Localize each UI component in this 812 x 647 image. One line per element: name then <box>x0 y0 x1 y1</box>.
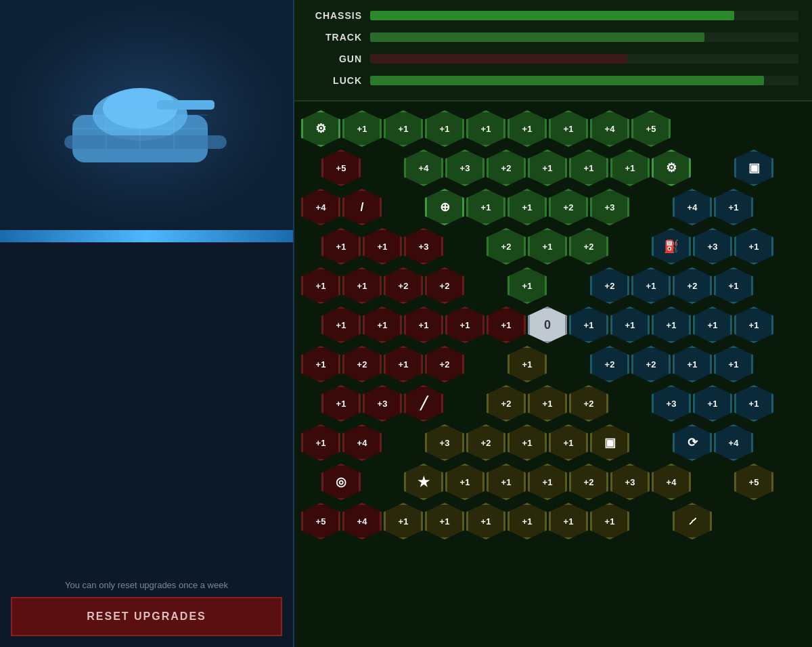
hex-cell-1-7[interactable]: +1 <box>610 150 650 186</box>
hex-cell-9-3[interactable]: +1 <box>445 464 484 500</box>
hex-cell-8-5[interactable]: +1 <box>508 424 547 461</box>
hex-cell-5-7[interactable]: +1 <box>610 307 650 343</box>
hex-cell-4-0[interactable]: +1 <box>301 267 340 304</box>
hex-cell-3-9[interactable]: +3 <box>693 228 732 265</box>
hex-cell-5-1[interactable]: +1 <box>363 307 402 343</box>
hex-cell-4-1[interactable]: +1 <box>342 267 382 304</box>
hex-cell-2-9[interactable]: +4 <box>673 189 712 225</box>
hex-cell-3-1[interactable]: +1 <box>363 228 402 265</box>
hex-cell-4-2[interactable]: +2 <box>384 267 423 304</box>
hex-cell-0-7[interactable]: +4 <box>590 110 629 147</box>
hex-cell-5-6[interactable]: +1 <box>569 307 608 343</box>
hex-cell-8-1[interactable]: +4 <box>342 424 382 461</box>
hex-cell-1-5[interactable]: +1 <box>528 150 567 186</box>
hex-cell-9-4[interactable]: +1 <box>487 464 526 500</box>
hex-cell-3-0[interactable]: +1 <box>321 228 361 265</box>
hex-cell-2-4[interactable]: +1 <box>466 189 505 225</box>
hex-cell-9-5[interactable]: +1 <box>528 464 567 500</box>
hex-cell-2-0[interactable]: +4 <box>301 189 340 225</box>
hex-cell-6-7[interactable]: +2 <box>590 346 629 382</box>
hex-cell-7-9[interactable]: +1 <box>693 385 732 422</box>
hex-cell-3-5[interactable]: +1 <box>528 228 567 265</box>
hex-cell-9-6[interactable]: +2 <box>569 464 608 500</box>
hex-cell-8-0[interactable]: +1 <box>301 424 340 461</box>
hex-cell-9-7[interactable]: +3 <box>610 464 650 500</box>
hex-cell-10-6[interactable]: +1 <box>549 503 588 539</box>
hex-cell-10-2[interactable]: +1 <box>384 503 423 539</box>
hex-cell-9-0[interactable]: ◎ <box>321 464 361 500</box>
hex-cell-5-5[interactable]: 0 <box>528 307 567 343</box>
hex-cell-6-10[interactable]: +1 <box>714 346 753 382</box>
hex-cell-6-1[interactable]: +2 <box>342 346 382 382</box>
hex-cell-1-0[interactable]: +5 <box>321 150 361 186</box>
hex-cell-10-9[interactable]: ⟋ <box>673 503 712 539</box>
hex-cell-1-3[interactable]: +3 <box>445 150 484 186</box>
hex-cell-9-2[interactable]: ★ <box>404 464 443 500</box>
hex-cell-2-7[interactable]: +3 <box>590 189 629 225</box>
reset-upgrades-button[interactable]: RESET UPGRADES <box>11 597 282 636</box>
hex-cell-6-3[interactable]: +2 <box>425 346 464 382</box>
hex-cell-6-9[interactable]: +1 <box>673 346 712 382</box>
hex-cell-1-10[interactable]: ▣ <box>734 150 773 186</box>
hex-cell-10-4[interactable]: +1 <box>466 503 505 539</box>
hex-cell-4-7[interactable]: +2 <box>590 267 629 304</box>
hex-cell-0-1[interactable]: +1 <box>342 110 382 147</box>
hex-cell-7-1[interactable]: +3 <box>363 385 402 422</box>
hex-cell-5-9[interactable]: +1 <box>693 307 732 343</box>
hex-cell-3-8[interactable]: ⛽ <box>652 228 691 265</box>
hex-cell-7-5[interactable]: +1 <box>528 385 567 422</box>
hex-cell-5-8[interactable]: +1 <box>652 307 691 343</box>
hex-cell-10-1[interactable]: +4 <box>342 503 382 539</box>
hex-cell-8-9[interactable]: ⟳ <box>673 424 712 461</box>
hex-cell-0-0[interactable]: ⚙ <box>301 110 340 147</box>
hex-cell-8-6[interactable]: +1 <box>549 424 588 461</box>
hex-cell-7-10[interactable]: +1 <box>734 385 773 422</box>
hex-cell-7-6[interactable]: +2 <box>569 385 608 422</box>
hex-cell-2-6[interactable]: +2 <box>549 189 588 225</box>
hex-cell-6-0[interactable]: +1 <box>301 346 340 382</box>
hex-cell-5-2[interactable]: +1 <box>404 307 443 343</box>
hex-cell-10-3[interactable]: +1 <box>425 503 464 539</box>
hex-cell-10-0[interactable]: +5 <box>301 503 340 539</box>
hex-cell-2-1[interactable]: / <box>342 189 382 225</box>
hex-cell-1-2[interactable]: +4 <box>404 150 443 186</box>
hex-cell-4-5[interactable]: +1 <box>508 267 547 304</box>
hex-cell-2-10[interactable]: +1 <box>714 189 753 225</box>
hex-cell-8-4[interactable]: +2 <box>466 424 505 461</box>
hex-cell-5-0[interactable]: +1 <box>321 307 361 343</box>
hex-cell-0-5[interactable]: +1 <box>508 110 547 147</box>
hex-cell-5-3[interactable]: +1 <box>445 307 484 343</box>
hex-cell-2-5[interactable]: +1 <box>508 189 547 225</box>
hex-cell-7-8[interactable]: +3 <box>652 385 691 422</box>
hex-cell-0-3[interactable]: +1 <box>425 110 464 147</box>
hex-cell-0-8[interactable]: +5 <box>631 110 671 147</box>
hex-cell-4-10[interactable]: +1 <box>714 267 753 304</box>
hex-cell-4-9[interactable]: +2 <box>673 267 712 304</box>
hex-cell-6-5[interactable]: +1 <box>508 346 547 382</box>
hex-cell-0-6[interactable]: +1 <box>549 110 588 147</box>
hex-cell-1-4[interactable]: +2 <box>487 150 526 186</box>
hex-cell-10-5[interactable]: +1 <box>508 503 547 539</box>
hex-cell-3-2[interactable]: +3 <box>404 228 443 265</box>
hex-cell-7-4[interactable]: +2 <box>487 385 526 422</box>
hex-cell-1-8[interactable]: ⚙ <box>652 150 691 186</box>
hex-cell-9-8[interactable]: +4 <box>652 464 691 500</box>
hex-cell-6-8[interactable]: +2 <box>631 346 671 382</box>
hex-cell-5-10[interactable]: +1 <box>734 307 773 343</box>
hex-cell-8-7[interactable]: ▣ <box>590 424 629 461</box>
hex-cell-4-3[interactable]: +2 <box>425 267 464 304</box>
hex-cell-3-4[interactable]: +2 <box>487 228 526 265</box>
hex-cell-3-6[interactable]: +2 <box>569 228 608 265</box>
hex-cell-9-10[interactable]: +5 <box>734 464 773 500</box>
hex-cell-3-10[interactable]: +1 <box>734 228 773 265</box>
hex-cell-5-4[interactable]: +1 <box>487 307 526 343</box>
hex-cell-7-2[interactable]: ╱ <box>404 385 443 422</box>
hex-cell-4-8[interactable]: +1 <box>631 267 671 304</box>
hex-cell-0-2[interactable]: +1 <box>384 110 423 147</box>
hex-cell-6-2[interactable]: +1 <box>384 346 423 382</box>
hex-cell-10-7[interactable]: +1 <box>590 503 629 539</box>
hex-cell-8-3[interactable]: +3 <box>425 424 464 461</box>
hex-cell-2-3[interactable]: ⊕ <box>425 189 464 225</box>
hex-cell-1-6[interactable]: +1 <box>569 150 608 186</box>
hex-cell-0-4[interactable]: +1 <box>466 110 505 147</box>
